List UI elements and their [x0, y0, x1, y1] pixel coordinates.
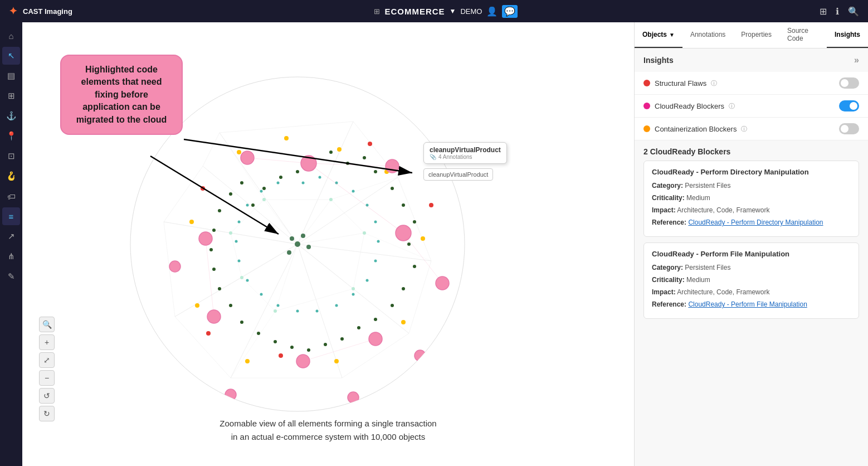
- svg-point-61: [251, 203, 255, 207]
- app-info: ⊞ ECOMMERCE ▼ DEMO 👤 💬: [374, 5, 518, 18]
- svg-point-84: [229, 192, 232, 196]
- zoom-expand-button[interactable]: ⤢: [39, 352, 55, 368]
- svg-point-133: [169, 261, 181, 272]
- tab-objects[interactable]: Objects ▼: [635, 22, 682, 48]
- app-dropdown-arrow[interactable]: ▼: [450, 7, 456, 15]
- svg-line-21: [175, 317, 231, 378]
- svg-point-47: [329, 198, 333, 201]
- callout-box: Highlighted code elements that need fixi…: [60, 55, 183, 135]
- containerization-toggle[interactable]: [839, 123, 859, 134]
- bottom-line2: in an actual e-commerce system with 10,0…: [220, 430, 436, 444]
- info-icon[interactable]: ℹ: [836, 6, 839, 17]
- svg-point-113: [245, 359, 250, 363]
- sidebar-cursor[interactable]: ↖: [2, 47, 20, 65]
- svg-line-40: [331, 177, 398, 200]
- svg-point-104: [238, 221, 241, 224]
- svg-point-95: [352, 293, 355, 296]
- demo-label: DEMO: [460, 7, 482, 16]
- svg-point-97: [316, 310, 319, 313]
- sidebar-tag[interactable]: 🏷: [2, 187, 20, 205]
- blockers-section: 2 CloudReady Blockers CloudReady - Perfo…: [635, 140, 868, 327]
- svg-point-72: [324, 343, 327, 346]
- cloudready-info-icon[interactable]: ⓘ: [729, 102, 735, 110]
- grid-icon[interactable]: ⊞: [820, 6, 827, 17]
- structural-flaws-info-icon[interactable]: ⓘ: [711, 79, 717, 88]
- svg-point-79: [218, 287, 221, 290]
- zoom-rotate-right-button[interactable]: ↻: [39, 406, 55, 421]
- svg-point-62: [391, 187, 394, 190]
- blocker-2-impact-value: Architecture, Code, Framework: [677, 288, 769, 296]
- blocker-2-criticality: Criticality: Medium: [652, 275, 851, 285]
- user-icon[interactable]: 👤: [486, 6, 498, 17]
- cloudready-toggle[interactable]: [839, 100, 859, 111]
- svg-point-134: [348, 392, 359, 403]
- svg-point-52: [229, 231, 232, 235]
- sidebar-home[interactable]: ⌂: [2, 27, 20, 45]
- svg-point-46: [262, 198, 266, 201]
- sidebar-anchor[interactable]: ⚓: [2, 107, 20, 125]
- sidebar-hook[interactable]: 🪝: [2, 167, 20, 185]
- svg-point-81: [209, 248, 213, 251]
- svg-point-59: [279, 176, 282, 179]
- sidebar-frame[interactable]: ⊡: [2, 147, 20, 165]
- zoom-in-button[interactable]: +: [39, 334, 55, 350]
- svg-line-23: [164, 166, 203, 222]
- search-icon[interactable]: 🔍: [848, 6, 859, 17]
- insights-close-button[interactable]: »: [854, 55, 859, 65]
- blocker-card-1: CloudReady - Perform Directory Manipulat…: [643, 161, 859, 237]
- svg-point-74: [290, 346, 294, 349]
- blocker-2-reference-link[interactable]: CloudReady - Perform File Manipulation: [688, 300, 807, 308]
- svg-point-91: [374, 221, 377, 224]
- svg-point-71: [340, 337, 344, 341]
- svg-point-55: [329, 151, 333, 154]
- chat-icon[interactable]: 💬: [502, 5, 518, 18]
- svg-point-94: [366, 279, 369, 282]
- svg-point-69: [374, 318, 377, 321]
- blocker-1-criticality-label: Criticality:: [652, 194, 685, 202]
- sidebar-tree[interactable]: ⋔: [2, 247, 20, 265]
- containerization-dot: [643, 125, 650, 132]
- canvas-area[interactable]: Highlighted code elements that need fixi…: [22, 22, 634, 466]
- svg-line-31: [231, 233, 298, 244]
- svg-line-43: [231, 311, 275, 378]
- zoom-rotate-left-button[interactable]: ↺: [39, 388, 55, 404]
- svg-point-65: [407, 242, 411, 246]
- containerization-info-icon[interactable]: ⓘ: [741, 125, 747, 133]
- node-tooltip-title: cleanupVirtualProduct: [430, 146, 501, 154]
- tab-insights[interactable]: Insights: [827, 22, 868, 48]
- svg-point-121: [206, 331, 211, 336]
- sidebar-filter[interactable]: ≡: [2, 207, 20, 225]
- blocker-1-reference-link[interactable]: CloudReady - Perform Directory Manipulat…: [688, 219, 823, 226]
- zoom-out-button[interactable]: −: [39, 370, 55, 386]
- zoom-controls: 🔍 + ⤢ − ↺ ↻: [39, 317, 55, 421]
- sidebar-stack[interactable]: ⊞: [2, 87, 20, 105]
- tab-properties[interactable]: Properties: [733, 22, 779, 48]
- sidebar-layers[interactable]: ▤: [2, 67, 20, 85]
- svg-line-37: [231, 233, 242, 278]
- tab-source-code[interactable]: Source Code: [779, 22, 827, 48]
- svg-line-44: [175, 278, 242, 317]
- callout-text: Highlighted code elements that need fixi…: [76, 65, 167, 124]
- blocker-2-reference-label: Reference:: [652, 300, 686, 308]
- structural-flaws-toggle[interactable]: [839, 77, 859, 89]
- svg-point-102: [238, 260, 241, 263]
- svg-line-33: [331, 200, 364, 233]
- sidebar-arrow[interactable]: ↗: [2, 227, 20, 245]
- svg-point-82: [212, 229, 216, 232]
- structural-flaws-slider: [839, 77, 859, 89]
- svg-point-57: [363, 156, 366, 159]
- containerization-label-area: Containerization Blockers ⓘ: [643, 125, 747, 133]
- svg-point-106: [260, 190, 263, 193]
- svg-line-29: [275, 244, 298, 311]
- sidebar-pin[interactable]: 📍: [2, 127, 20, 145]
- tab-annotations[interactable]: Annotations: [682, 22, 733, 48]
- svg-point-60: [262, 187, 266, 190]
- svg-line-147: [247, 158, 309, 163]
- sidebar-edit[interactable]: ✎: [2, 268, 20, 285]
- objects-dropdown-arrow[interactable]: ▼: [669, 32, 675, 38]
- svg-point-64: [413, 220, 416, 224]
- svg-line-14: [203, 166, 298, 244]
- insights-panel: Insights » Structural Flaws ⓘ: [635, 48, 868, 466]
- svg-point-78: [229, 304, 232, 307]
- zoom-search-button[interactable]: 🔍: [39, 317, 55, 332]
